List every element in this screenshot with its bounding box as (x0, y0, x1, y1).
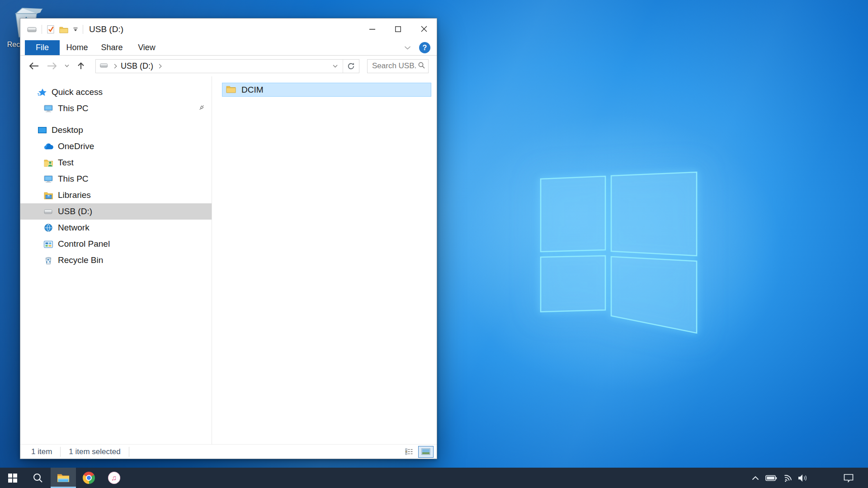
taskbar: ♫ (0, 468, 868, 488)
network-icon (43, 223, 54, 232)
speaker-icon (797, 474, 808, 483)
sidebar-item-this-pc[interactable]: This PC (20, 171, 212, 187)
chevron-up-icon (752, 476, 759, 480)
sidebar-item-quick-access[interactable]: Quick access (20, 84, 212, 100)
recycle-bin-icon (43, 256, 54, 265)
start-button[interactable] (0, 468, 25, 488)
navigation-bar: USB (D:) (20, 56, 437, 76)
sidebar-item-desktop[interactable]: Desktop (20, 122, 212, 138)
folder-icon (226, 85, 236, 95)
taskbar-search-button[interactable] (25, 468, 51, 488)
close-button[interactable] (411, 19, 437, 39)
sidebar-item-onedrive[interactable]: OneDrive (20, 138, 212, 155)
quick-access-icon (37, 88, 47, 97)
taskbar-itunes-button[interactable]: ♫ (101, 468, 127, 488)
itunes-icon: ♫ (108, 472, 120, 484)
toolbar-separator (42, 25, 42, 34)
tab-file[interactable]: File (25, 40, 60, 55)
caption-buttons (359, 19, 437, 39)
user-folder-icon (43, 159, 54, 167)
file-explorer-window: USB (D:) File Home Share View ? (20, 18, 437, 459)
window-content: Quick access This PC Desktop (20, 76, 437, 444)
breadcrumb-chevron[interactable] (113, 64, 117, 68)
sidebar-item-libraries[interactable]: Libraries (20, 187, 212, 203)
search-box[interactable] (367, 59, 429, 73)
windows-start-icon (8, 474, 17, 483)
onedrive-icon (43, 143, 54, 150)
sidebar-item-usb-drive[interactable]: USB (D:) (20, 203, 212, 220)
maximize-button[interactable] (385, 19, 411, 39)
this-pc-icon (43, 104, 54, 113)
view-toggle-buttons (401, 445, 435, 459)
help-button[interactable]: ? (419, 42, 430, 53)
action-center-button[interactable] (840, 468, 856, 488)
status-separator (129, 447, 129, 457)
desktop-icon (37, 126, 47, 134)
sidebar-item-network[interactable]: Network (20, 220, 212, 236)
breadcrumb-chevron[interactable] (157, 64, 162, 68)
refresh-button[interactable] (343, 60, 359, 73)
system-tray (747, 468, 868, 488)
new-folder-button[interactable] (59, 26, 68, 33)
chrome-icon (83, 472, 95, 484)
control-panel-icon (43, 240, 54, 249)
taskbar-chrome-button[interactable] (76, 468, 101, 488)
item-count: 1 item (31, 447, 52, 456)
volume-status[interactable] (795, 468, 811, 488)
sidebar-item-this-pc-pinned[interactable]: This PC (20, 100, 212, 117)
file-item-dcim[interactable]: DCIM (222, 83, 431, 97)
action-center-icon (843, 473, 854, 483)
toolbar-separator (83, 25, 83, 34)
tab-share[interactable]: Share (94, 40, 129, 55)
tab-home[interactable]: Home (60, 40, 94, 55)
properties-button[interactable] (46, 25, 55, 34)
sidebar-item-control-panel[interactable]: Control Panel (20, 236, 212, 252)
forward-button[interactable] (43, 58, 61, 74)
address-bar[interactable]: USB (D:) (95, 59, 359, 73)
battery-icon (765, 474, 777, 483)
file-explorer-icon (57, 473, 70, 483)
taskbar-file-explorer-button[interactable] (51, 468, 76, 488)
libraries-icon (43, 191, 54, 200)
pin-icon (198, 104, 205, 113)
recent-locations-button[interactable] (61, 58, 73, 74)
file-name: DCIM (241, 85, 264, 95)
tab-view[interactable]: View (129, 40, 164, 55)
navigation-pane: Quick access This PC Desktop (20, 76, 212, 444)
search-icon (33, 473, 43, 483)
minimize-ribbon-button[interactable] (404, 44, 411, 52)
battery-status[interactable] (763, 468, 779, 488)
network-status[interactable] (779, 468, 795, 488)
address-dropdown-button[interactable] (328, 60, 343, 73)
title-bar[interactable]: USB (D:) (20, 19, 437, 40)
breadcrumb-drive[interactable]: USB (D:) (121, 61, 153, 71)
status-separator (60, 447, 61, 457)
search-input[interactable] (371, 61, 418, 71)
search-icon[interactable] (418, 61, 425, 71)
customize-toolbar-button[interactable] (72, 27, 79, 32)
wifi-icon (782, 473, 793, 483)
up-button[interactable] (73, 58, 89, 74)
sidebar-item-test[interactable]: Test (20, 155, 212, 171)
details-view-button[interactable] (401, 446, 417, 458)
minimize-button[interactable] (359, 19, 385, 39)
this-pc-icon (43, 174, 54, 183)
status-bar: 1 item 1 item selected (20, 444, 437, 459)
sidebar-item-recycle-bin[interactable]: Recycle Bin (20, 252, 212, 268)
usb-drive-system-icon[interactable] (27, 25, 38, 33)
windows-logo (520, 154, 714, 348)
thumbnail-view-button[interactable] (418, 446, 434, 458)
selection-count: 1 item selected (69, 447, 120, 456)
tray-expand-button[interactable] (747, 468, 763, 488)
file-list-pane[interactable]: DCIM (212, 76, 437, 444)
back-button[interactable] (25, 58, 43, 74)
ribbon-tab-bar: File Home Share View ? (20, 40, 437, 56)
address-usb-drive-icon (99, 62, 108, 70)
quick-access-toolbar: USB (D:) (20, 19, 123, 40)
usb-drive-icon (43, 208, 54, 215)
window-title: USB (D:) (89, 24, 123, 34)
